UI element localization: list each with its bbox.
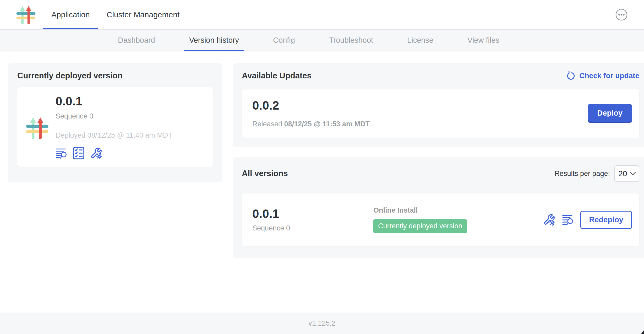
update-row: 0.0.2 Released 08/12/25 @ 11:53 am MDT D… bbox=[242, 89, 639, 138]
update-version-number: 0.0.2 bbox=[252, 99, 370, 112]
available-updates-title: Available Updates bbox=[242, 71, 312, 80]
redeploy-button[interactable]: Redeploy bbox=[580, 211, 632, 229]
version-row: 0.0.1 Sequence 0 Online Install Currentl… bbox=[242, 193, 639, 246]
chevron-down-icon bbox=[630, 172, 636, 175]
released-timestamp: 08/12/25 @ 11:53 am MDT bbox=[284, 120, 370, 128]
tab-view-files-label: View files bbox=[467, 36, 499, 45]
app-window: Application Cluster Management Dashboard… bbox=[0, 0, 644, 334]
app-logo-icon bbox=[25, 96, 49, 159]
row-version-number: 0.0.1 bbox=[252, 207, 373, 220]
install-type-label: Online Install bbox=[373, 206, 543, 214]
released-prefix: Released bbox=[252, 120, 282, 128]
deployed-card-title: Currently deployed version bbox=[17, 71, 213, 80]
results-per-page-value: 20 bbox=[618, 169, 627, 178]
tab-config-label: Config bbox=[273, 36, 295, 45]
check-for-update-link[interactable]: Check for update bbox=[566, 71, 639, 80]
app-logo-icon bbox=[16, 4, 36, 25]
deployed-timestamp: Deployed 08/12/25 @ 11:40 am MDT bbox=[56, 131, 172, 139]
all-versions-card: All versions Results per page: 20 0.0. bbox=[233, 157, 644, 258]
app-subnav: Dashboard Version history Config Trouble… bbox=[0, 30, 644, 51]
tab-troubleshoot[interactable]: Troubleshoot bbox=[324, 30, 378, 51]
row-sequence: Sequence 0 bbox=[252, 224, 373, 232]
tab-cluster-management[interactable]: Cluster Management bbox=[98, 0, 188, 29]
deploy-button[interactable]: Deploy bbox=[588, 104, 632, 123]
all-versions-title: All versions bbox=[242, 169, 288, 178]
available-updates-card: Available Updates Check for update 0.0.2… bbox=[233, 63, 644, 147]
check-for-update-label: Check for update bbox=[579, 72, 639, 80]
tab-license-label: License bbox=[407, 36, 433, 45]
app-footer: v1.125.2 bbox=[0, 313, 644, 334]
deployed-sequence: Sequence 0 bbox=[56, 112, 172, 120]
tab-version-history[interactable]: Version history bbox=[184, 30, 244, 51]
results-per-page-label: Results per page: bbox=[554, 170, 610, 178]
top-navbar: Application Cluster Management bbox=[0, 0, 644, 30]
tab-dashboard[interactable]: Dashboard bbox=[113, 30, 160, 51]
update-released-line: Released 08/12/25 @ 11:53 am MDT bbox=[252, 120, 370, 128]
diff-lines-magnifier-icon[interactable] bbox=[56, 147, 67, 159]
console-version: v1.125.2 bbox=[308, 319, 336, 327]
tab-application[interactable]: Application bbox=[43, 0, 98, 29]
deployed-version-number: 0.0.1 bbox=[56, 95, 172, 108]
results-per-page-select[interactable]: 20 bbox=[614, 165, 639, 182]
tab-troubleshoot-label: Troubleshoot bbox=[329, 36, 373, 45]
refresh-icon bbox=[566, 71, 576, 80]
tab-dashboard-label: Dashboard bbox=[118, 36, 155, 45]
config-wrench-icon[interactable] bbox=[543, 214, 555, 226]
circle-ellipsis-icon[interactable] bbox=[615, 8, 628, 21]
tab-config[interactable]: Config bbox=[268, 30, 300, 51]
currently-deployed-badge: Currently deployed version bbox=[373, 219, 467, 233]
currently-deployed-card: Currently deployed version 0.0.1 Sequenc… bbox=[8, 63, 222, 182]
tab-license[interactable]: License bbox=[402, 30, 439, 51]
deployed-version-panel: 0.0.1 Sequence 0 Deployed 08/12/25 @ 11:… bbox=[17, 87, 213, 167]
diff-lines-magnifier-icon[interactable] bbox=[562, 213, 574, 226]
config-wrench-icon[interactable] bbox=[90, 147, 102, 159]
tab-cluster-management-label: Cluster Management bbox=[107, 10, 179, 19]
tab-version-history-label: Version history bbox=[189, 36, 239, 45]
tab-view-files[interactable]: View files bbox=[462, 30, 505, 51]
preflight-checklist-icon[interactable] bbox=[72, 147, 85, 159]
main-content: Currently deployed version 0.0.1 Sequenc… bbox=[0, 51, 644, 313]
tab-application-label: Application bbox=[51, 10, 90, 19]
